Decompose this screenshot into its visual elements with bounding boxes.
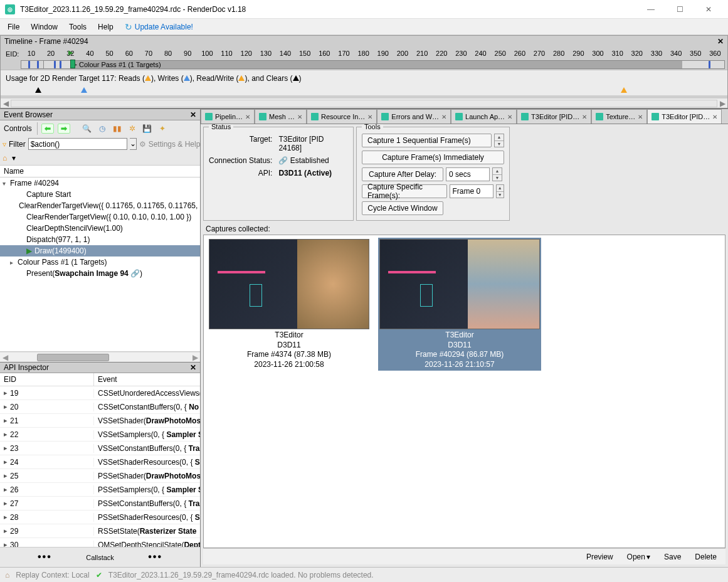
api-inspector-close[interactable]: ✕ [190,363,196,372]
event-browser-title: Event Browser [4,110,53,119]
tab-close-icon[interactable]: ✕ [441,114,446,120]
menubar: File Window Tools Help ↻ Update Availabl… [0,19,728,35]
minimize-button[interactable]: — [636,0,665,19]
document-tab[interactable]: Resource In…✕ [307,109,377,124]
api-row[interactable]: ▸26PSSetSamplers(0, { Sampler St [0,483,200,497]
event-browser-close[interactable]: ✕ [190,110,196,119]
tab-icon [521,113,529,120]
cycle-window-button[interactable]: Cycle Active Window [362,201,443,215]
tab-close-icon[interactable]: ✕ [638,114,643,120]
api-row[interactable]: ▸22VSSetSamplers(0, { Sampler St [0,428,200,442]
timeline-ruler[interactable]: 1020324050607080901001101201301401501601… [21,50,725,58]
event-tree-row[interactable]: ▾Frame #40294 [0,177,200,189]
timeline-tick: 100 [201,50,213,57]
timeline-track[interactable]: + Colour Pass #1 (1 Targets) [21,60,725,69]
seq-spinner[interactable]: ▲▼ [494,134,504,147]
api-row[interactable]: ▸27PSSetConstantBuffers(0, { Tran [0,497,200,511]
tab-close-icon[interactable]: ✕ [245,114,250,120]
capture-card[interactable]: T3EditorD3D11Frame #4374 (87.38 MB)2023-… [208,239,371,369]
tab-icon [596,113,603,120]
tools-groupbox: Tools Capture 1 Sequential Frame(s) ▲▼ C… [356,127,510,221]
save-button[interactable]: Save [662,551,683,563]
timeline-close-button[interactable]: ✕ [717,37,724,46]
specific-spinner[interactable]: ▲▼ [496,184,504,198]
colour-pass-bar[interactable]: + Colour Pass #1 (1 Targets) [70,61,682,68]
event-tree-header[interactable]: Name [0,165,200,177]
event-browser-toolbar: Controls ⬅ ➡ 🔍 ◷ ▮▮ ✲ 💾 ✦ [0,120,200,137]
capture-immediate-button[interactable]: Capture Frame(s) Immediately [362,151,504,164]
capture-card[interactable]: T3EditorD3D11Frame #40294 (86.87 MB)2023… [378,239,541,371]
open-button[interactable]: Open ▾ [625,551,653,563]
event-tree-row[interactable]: ▶Draw(1499400) [0,245,200,257]
gear-icon[interactable]: ✲ [127,123,138,134]
filter-dropdown-button[interactable]: ⌄ [130,138,137,150]
event-tree-hscroll[interactable]: ◀ ▶ [0,352,200,362]
tab-close-icon[interactable]: ✕ [367,114,372,120]
tab-close-icon[interactable]: ✕ [582,114,587,120]
filter-input[interactable] [28,138,127,150]
event-tree-row[interactable]: ClearDepthStencilView(1.00) [0,223,200,234]
delay-spinner[interactable]: ▲▼ [492,167,502,181]
document-tab[interactable]: Errors and W…✕ [377,109,451,124]
api-row[interactable]: ▸25PSSetShader(DrawPhotoMosa [0,469,200,483]
specific-frame-input[interactable] [450,184,493,198]
api-row[interactable]: ▸24VSSetShaderResources(0, { Sha [0,455,200,469]
menu-file[interactable]: File [3,21,24,33]
menu-window[interactable]: Window [26,21,63,33]
capture-sequential-button[interactable]: Capture 1 Sequential Frame(s) [362,134,492,147]
next-event-button[interactable]: ➡ [58,124,70,134]
menu-help[interactable]: Help [93,21,119,33]
event-tree-row[interactable]: Dispatch(977, 1, 1) [0,234,200,245]
home-icon: ⌂ [5,571,9,579]
settings-gear-icon[interactable]: ⚙ [139,140,146,149]
delay-input[interactable] [446,167,490,181]
goto-arrow-icon[interactable]: ▾ [9,154,18,162]
tab-close-icon[interactable]: ✕ [297,114,302,120]
event-tree-row[interactable]: Present(Swapchain Image 94 🔗) [0,268,200,279]
find-icon[interactable]: 🔍 [82,123,93,134]
capture-specific-button[interactable]: Capture Specific Frame(s): [362,184,447,198]
captures-list[interactable]: T3EditorD3D11Frame #4374 (87.38 MB)2023-… [203,235,725,548]
tab-icon [259,113,266,120]
delete-button[interactable]: Delete [692,551,719,563]
document-tab[interactable]: Mesh …✕ [255,109,307,124]
timeline-scrollbar[interactable]: ◀▶ [1,98,727,108]
document-tab[interactable]: T3Editor [PID…✕ [647,109,722,124]
clock-icon[interactable]: ◷ [97,123,108,134]
api-row[interactable]: ▸29RSSetState(Rasterizer State [0,524,200,538]
timeline-tick: 310 [611,50,623,57]
timeline-tick: 300 [592,50,603,57]
api-row[interactable]: ▸30OMSetDepthStencilState(Depth [0,538,200,547]
document-tab[interactable]: Texture…✕ [591,109,647,124]
document-tab[interactable]: Launch Ap…✕ [451,109,517,124]
update-available-link[interactable]: ↻ Update Available! [120,20,198,34]
tab-close-icon[interactable]: ✕ [507,114,512,120]
timeline-cursor[interactable] [70,60,75,68]
event-tree[interactable]: ▾Frame #40294Capture StartClearRenderTar… [0,177,200,352]
save-icon[interactable]: 💾 [142,123,153,134]
event-tree-row[interactable]: Capture Start [0,189,200,200]
api-row[interactable]: ▸28PSSetShaderResources(0, { Sha [0,511,200,524]
preview-button[interactable]: Preview [584,551,616,563]
home-icon[interactable]: ⌂ [3,154,7,162]
puzzle-icon[interactable]: ✦ [157,123,168,134]
document-tab[interactable]: Pipelin…✕ [201,109,255,124]
menu-tools[interactable]: Tools [64,21,92,33]
prev-event-button[interactable]: ⬅ [41,124,54,134]
settings-help-label[interactable]: Settings & Help [149,140,201,149]
api-row[interactable]: ▸21VSSetShader(DrawPhotoMosa [0,414,200,428]
tab-close-icon[interactable]: ✕ [712,114,717,120]
event-tree-row[interactable]: ▸Colour Pass #1 (1 Targets) [0,257,200,268]
api-row[interactable]: ▸19CSSetUnorderedAccessViews(0,… [0,386,200,400]
bars-icon[interactable]: ▮▮ [112,123,123,134]
capture-delay-button[interactable]: Capture After Delay: [362,167,443,181]
document-tab[interactable]: T3Editor [PID…✕ [517,109,591,124]
timeline-panel: Timeline - Frame #40294 ✕ EID: 102032405… [0,35,728,108]
maximize-button[interactable]: ☐ [665,0,694,19]
api-row[interactable]: ▸23VSSetConstantBuffers(0, { Tran [0,442,200,455]
callstack-panel[interactable]: ••• Callstack ••• [0,547,200,567]
event-tree-row[interactable]: ClearRenderTargetView({ 0.10, 0.10, 0.10… [0,211,200,223]
close-button[interactable]: ✕ [694,0,723,19]
event-tree-row[interactable]: ClearRenderTargetView({ 0.11765, 0.11765… [0,200,200,211]
api-row[interactable]: ▸20CSSetConstantBuffers(0, { No F [0,400,200,414]
